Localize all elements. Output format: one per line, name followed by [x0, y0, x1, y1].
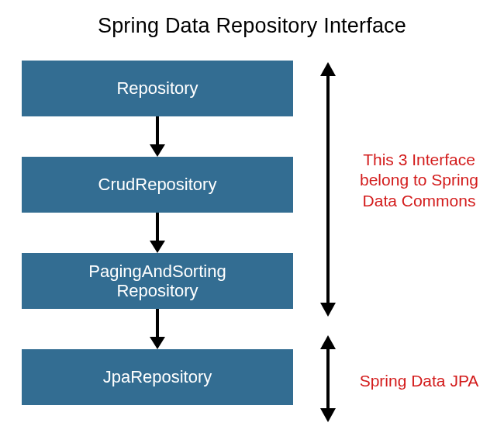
box-repository: Repository [22, 61, 293, 116]
arrow-down-icon [146, 213, 169, 253]
annotation-spring-data-jpa: Spring Data JPA [347, 371, 491, 391]
bracket-arrow-commons-icon [316, 62, 340, 317]
svg-marker-1 [150, 144, 165, 157]
svg-marker-10 [320, 335, 336, 349]
arrow-down-icon [146, 116, 169, 157]
svg-marker-3 [150, 241, 165, 253]
hierarchy-column: Repository CrudRepository PagingAndSorti… [22, 61, 293, 405]
box-crud-repository: CrudRepository [22, 157, 293, 213]
arrow-down-icon [146, 309, 169, 349]
annotation-spring-data-commons: This 3 Interface belong to Spring Data C… [347, 150, 491, 211]
svg-marker-8 [320, 303, 336, 317]
box-jpa-repository: JpaRepository [22, 349, 293, 405]
box-paging-sorting-repository: PagingAndSortingRepository [22, 253, 293, 309]
diagram-title: Spring Data Repository Interface [0, 14, 504, 38]
bracket-arrow-jpa-icon [316, 335, 340, 422]
svg-marker-5 [150, 337, 165, 349]
svg-marker-7 [320, 62, 336, 76]
svg-marker-11 [320, 408, 336, 422]
